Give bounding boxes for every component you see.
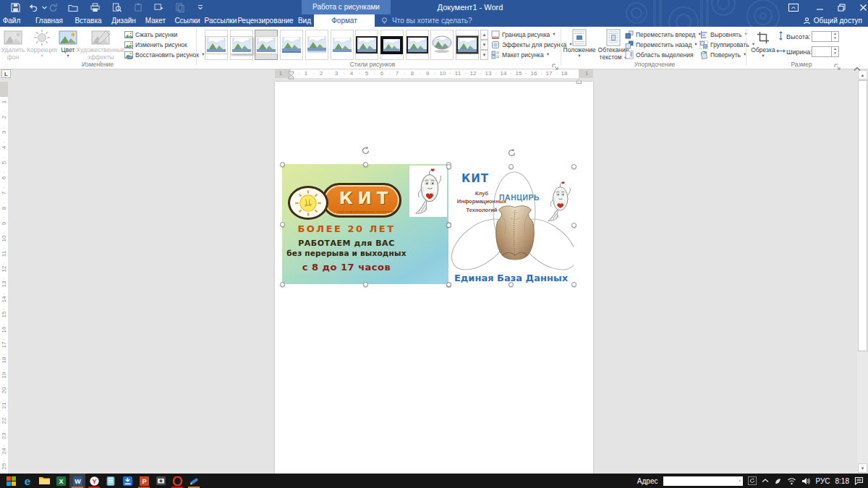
tab-mailings[interactable]: Рассылки [205,14,237,27]
copy-icon[interactable] [174,1,187,13]
address-input[interactable]: ˅ [663,476,743,486]
gallery-down-icon[interactable]: ▼ [480,40,488,50]
pancir-image[interactable]: КИТ Клуб Информационных Технологий ПАНЦИ… [448,166,574,284]
selection-handle[interactable] [446,164,451,169]
screenshot-app-icon[interactable] [153,474,169,488]
tell-me-box[interactable]: Что вы хотите сделать? [380,14,472,27]
selection-handle[interactable] [280,282,285,287]
gallery-up-icon[interactable]: ▲ [480,30,488,40]
picture-style-oval-shadow[interactable] [430,30,454,60]
start-button[interactable] [3,474,19,488]
tab-file[interactable]: Файл [3,14,21,27]
vertical-ruler[interactable]: 1·2·3·4·5·6·7·8·9·10·11·12·13·14·15·16·1… [0,82,8,474]
selection-handle[interactable] [280,162,285,167]
artistic-effects-button[interactable]: Художественныеэффекты▼ [78,28,123,64]
selection-handle[interactable] [446,223,451,228]
send-backward-button[interactable]: Переместить назад▼ [625,40,698,49]
close-icon[interactable] [852,0,868,14]
tab-stop-selector[interactable]: L [1,69,11,78]
align-button[interactable]: Выровнять▼ [699,30,748,39]
powerpoint-icon[interactable]: P [136,474,152,488]
yandex-browser-icon[interactable]: Y [86,474,102,488]
size-dialog-launcher-icon[interactable] [834,60,841,67]
ribbon-display-options-icon[interactable] [783,0,804,14]
tab-home[interactable]: Главная [35,14,63,27]
selection-handle[interactable] [571,164,576,169]
tab-review[interactable]: Рецензирование [237,14,293,27]
rotate-handle[interactable] [361,145,370,154]
picture-style-frame-black[interactable] [355,30,378,60]
language-indicator[interactable]: РУС [816,477,830,485]
selection-pane-button[interactable]: Область выделения [625,50,693,59]
antivirus-tray-icon[interactable] [774,477,782,485]
network-tray-icon[interactable] [787,477,796,485]
compress-pictures-button[interactable]: Сжать рисунки [124,30,177,39]
new-item-icon[interactable] [152,1,165,13]
group-button[interactable]: Группировать▼ [699,40,755,49]
selection-handle[interactable] [571,223,576,228]
height-input[interactable]: ▲▼ [812,31,839,42]
download-manager-icon[interactable] [119,474,135,488]
tab-insert[interactable]: Вставка [75,14,101,27]
notebook-app-icon[interactable] [103,474,119,488]
picture-border-button[interactable]: Граница рисунка▼ [491,30,556,39]
picture-style-frame-simple[interactable] [205,30,228,60]
selection-handle[interactable] [446,282,451,287]
volume-tray-icon[interactable] [801,477,811,485]
picture-style-reflection[interactable] [305,30,328,60]
address-go-icon[interactable] [748,476,757,485]
vertical-scrollbar[interactable]: ▲ ▼ [857,69,868,474]
selection-handle[interactable] [509,164,514,169]
edge-icon[interactable]: e [20,474,35,488]
reset-picture-button[interactable]: Восстановить рисунок▼ [124,50,205,59]
qat-customize-icon[interactable] [194,1,207,13]
scroll-down-icon[interactable]: ▼ [858,463,867,473]
position-button[interactable]: Положение▼ [563,28,596,58]
excel-icon[interactable]: X [53,474,69,488]
open-icon[interactable] [67,1,80,13]
change-picture-button[interactable]: Изменить рисунок [124,40,187,49]
restore-icon[interactable] [830,0,852,14]
print-preview-icon[interactable] [110,1,123,13]
action-center-icon[interactable] [854,476,864,485]
bring-forward-button[interactable]: Переместить вперед▼ [625,30,702,39]
picture-style-frame-dark[interactable] [456,30,479,60]
picture-style-frame-white-shadow[interactable] [230,30,253,60]
width-input[interactable]: ▲▼ [812,46,839,57]
paste-icon[interactable] [132,1,145,13]
tab-view[interactable]: Вид [298,14,311,27]
selection-handle[interactable] [509,282,514,287]
tray-expand-icon[interactable] [762,478,769,484]
minimize-icon[interactable] [809,0,830,14]
collapse-ribbon-icon[interactable] [854,61,861,74]
rotate-handle[interactable] [507,147,516,156]
right-indent-marker[interactable] [576,74,582,87]
rotate-button[interactable]: Повернуть▼ [699,50,746,59]
indent-marker[interactable] [288,69,294,82]
explorer-icon[interactable] [36,474,52,488]
picture-layout-button[interactable]: Макет рисунка▼ [491,50,550,59]
opera-icon[interactable] [169,474,185,488]
selection-handle[interactable] [363,162,368,167]
picture-style-frame-selected[interactable] [255,30,278,60]
picture-style-plain[interactable] [331,30,354,60]
scrollbar-thumb[interactable] [858,80,867,351]
styles-dialog-launcher-icon[interactable] [552,60,559,67]
tab-format[interactable]: Формат [314,14,375,27]
kit-banner-image[interactable]: КИТ клуб информационных технологий БОЛЕЕ… [282,164,448,284]
gallery-more-icon[interactable]: ▼ [480,50,488,60]
horizontal-ruler[interactable]: 111·2·3·4·5·6·7·8·9·10·11·12·13·14·15·16… [275,69,593,78]
share-button[interactable]: Общий доступ [803,14,862,27]
selection-handle[interactable] [280,222,285,227]
clock[interactable]: 8:18 [835,477,849,485]
picture-style-frame-black-thick[interactable] [380,30,404,60]
print-icon[interactable] [88,1,101,13]
tab-design[interactable]: Дизайн [111,14,136,27]
selection-handle[interactable] [571,282,576,287]
save-icon[interactable] [9,1,22,13]
page[interactable]: КИТ клуб информационных технологий БОЛЕЕ… [275,82,593,474]
picture-style-frame-black-thin[interactable] [406,30,429,60]
selection-handle[interactable] [363,282,368,287]
tab-layout[interactable]: Макет [145,14,166,27]
picture-style-soft-edge-bottom[interactable] [280,30,303,60]
